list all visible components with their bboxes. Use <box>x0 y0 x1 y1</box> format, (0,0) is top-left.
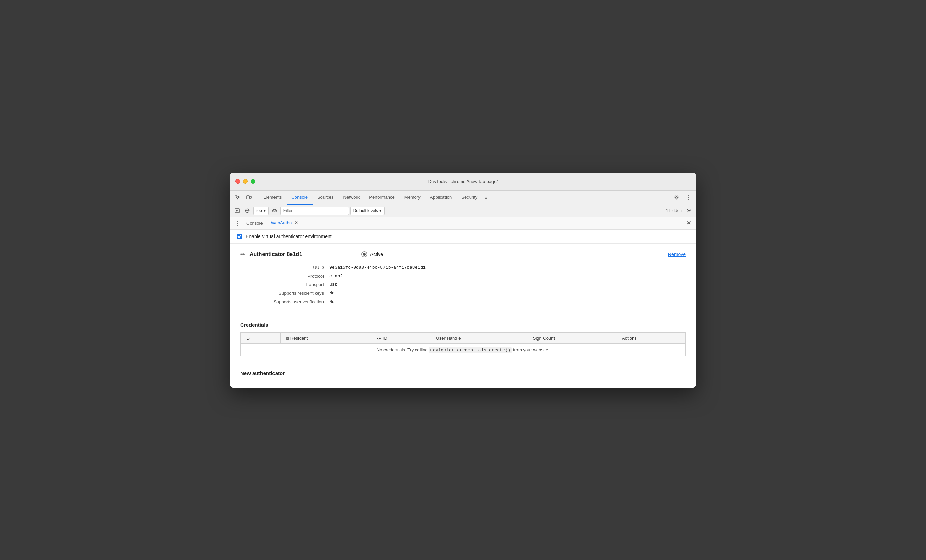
user-verification-label: Supports user verification <box>254 299 329 304</box>
enable-env-checkbox[interactable] <box>237 234 242 239</box>
device-toolbar-button[interactable] <box>244 192 254 203</box>
devtools-window: DevTools - chrome://new-tab-page/ Elemen… <box>230 173 696 387</box>
protocol-label: Protocol <box>254 274 329 278</box>
new-authenticator-section: New authenticator <box>230 363 696 387</box>
edit-icon[interactable]: ✏ <box>240 251 245 258</box>
drawer-more-button[interactable]: ⋮ <box>233 218 242 228</box>
svg-point-5 <box>272 209 277 212</box>
resident-keys-row: Supports resident keys No <box>254 291 686 296</box>
transport-value: usb <box>329 282 337 287</box>
radio-inner <box>363 253 366 256</box>
authenticator-info-table: UUID 9e3a15fc-0da0-44bc-871b-a4f17da8e1d… <box>254 265 686 304</box>
protocol-value: ctap2 <box>329 274 343 278</box>
devtools-panel: Elements Console Sources Network Perform… <box>230 191 696 387</box>
customize-button[interactable]: ⋮ <box>683 192 693 203</box>
select-element-button[interactable] <box>233 192 243 203</box>
credentials-table-head: ID Is Resident RP ID User Handle Sign Co… <box>241 333 686 344</box>
authenticator-name: Authenticator 8e1d1 <box>250 251 302 257</box>
resident-keys-value: No <box>329 291 335 296</box>
user-verification-value: No <box>329 299 335 304</box>
tab-elements[interactable]: Elements <box>259 190 286 204</box>
close-drawer-button[interactable]: ✕ <box>684 218 693 228</box>
new-authenticator-title: New authenticator <box>240 370 686 376</box>
active-label: Active <box>370 251 383 257</box>
context-selector[interactable]: top ▾ <box>253 207 269 215</box>
window-title: DevTools - chrome://new-tab-page/ <box>428 179 498 184</box>
console-toolbar: top ▾ Default levels ▾ 1 hidden <box>230 205 696 217</box>
hidden-count: 1 hidden <box>666 208 682 213</box>
remove-link[interactable]: Remove <box>668 251 686 257</box>
col-user-handle: User Handle <box>431 333 528 344</box>
settings-button[interactable] <box>671 192 682 203</box>
webauthn-panel: Enable virtual authenticator environment… <box>230 230 696 387</box>
clear-console-button[interactable] <box>243 206 252 215</box>
chevron-down-icon: ▾ <box>263 208 266 213</box>
tab-network[interactable]: Network <box>339 190 365 204</box>
drawer-tab-webauthn[interactable]: WebAuthn ✕ <box>267 217 303 229</box>
drawer-tabs-bar: ⋮ Console WebAuthn ✕ ✕ <box>230 217 696 230</box>
uuid-row: UUID 9e3a15fc-0da0-44bc-871b-a4f17da8e1d… <box>254 265 686 270</box>
svg-rect-1 <box>250 197 251 198</box>
levels-dropdown[interactable]: Default levels ▾ <box>350 207 384 215</box>
separator <box>663 207 663 214</box>
credentials-table-body: No credentials. Try calling navigator.cr… <box>241 344 686 356</box>
minimize-button[interactable] <box>243 179 248 184</box>
active-radio-button[interactable] <box>361 251 368 257</box>
close-webauthn-tab-button[interactable]: ✕ <box>294 220 299 226</box>
toolbar-right: ⋮ <box>671 192 693 203</box>
enable-env-label[interactable]: Enable virtual authenticator environment <box>246 234 332 239</box>
resident-keys-label: Supports resident keys <box>254 291 329 296</box>
transport-row: Transport usb <box>254 282 686 287</box>
credentials-header-row: ID Is Resident RP ID User Handle Sign Co… <box>241 333 686 344</box>
filter-input[interactable] <box>280 207 349 215</box>
tab-sources[interactable]: Sources <box>313 190 339 204</box>
maximize-button[interactable] <box>251 179 255 184</box>
run-script-button[interactable] <box>233 206 242 215</box>
col-actions: Actions <box>617 333 686 344</box>
drawer-tab-console[interactable]: Console <box>242 217 267 229</box>
transport-label: Transport <box>254 282 329 287</box>
top-toolbar: Elements Console Sources Network Perform… <box>230 191 696 205</box>
col-sign-count: Sign Count <box>528 333 617 344</box>
hidden-count-area: 1 hidden <box>663 206 693 215</box>
credentials-title: Credentials <box>240 322 686 328</box>
tab-console[interactable]: Console <box>286 190 313 204</box>
active-radio-area: Active <box>361 251 383 257</box>
drawer-area: ⋮ Console WebAuthn ✕ ✕ Enable virtual au… <box>230 217 696 387</box>
user-verification-row: Supports user verification No <box>254 299 686 304</box>
svg-point-6 <box>274 210 275 212</box>
svg-point-7 <box>688 210 690 212</box>
uuid-label: UUID <box>254 265 329 270</box>
credentials-section: Credentials ID Is Resident RP ID User Ha… <box>230 315 696 363</box>
chevron-down-icon: ▾ <box>379 208 381 213</box>
tab-security[interactable]: Security <box>457 190 482 204</box>
main-tabs: Elements Console Sources Network Perform… <box>259 190 671 204</box>
tab-application[interactable]: Application <box>425 190 457 204</box>
authenticator-section: ✏ Authenticator 8e1d1 Active Remove <box>230 244 696 315</box>
authenticator-header: ✏ Authenticator 8e1d1 Active Remove <box>240 251 686 258</box>
tab-performance[interactable]: Performance <box>364 190 399 204</box>
svg-rect-0 <box>247 196 250 199</box>
traffic-lights <box>235 179 255 184</box>
more-tabs-button[interactable]: » <box>482 190 490 204</box>
col-is-resident: Is Resident <box>281 333 371 344</box>
settings-icon[interactable] <box>684 206 693 215</box>
col-id: ID <box>241 333 281 344</box>
close-button[interactable] <box>235 179 240 184</box>
protocol-row: Protocol ctap2 <box>254 274 686 278</box>
enable-env-bar: Enable virtual authenticator environment <box>230 230 696 244</box>
col-rp-id: RP ID <box>371 333 431 344</box>
eye-icon[interactable] <box>270 206 279 215</box>
tab-memory[interactable]: Memory <box>399 190 425 204</box>
credentials-table: ID Is Resident RP ID User Handle Sign Co… <box>240 333 686 356</box>
no-credentials-message: No credentials. Try calling navigator.cr… <box>241 344 686 356</box>
uuid-value: 9e3a15fc-0da0-44bc-871b-a4f17da8e1d1 <box>329 265 426 270</box>
table-row: No credentials. Try calling navigator.cr… <box>241 344 686 356</box>
titlebar: DevTools - chrome://new-tab-page/ <box>230 173 696 191</box>
toolbar-separator <box>256 194 256 201</box>
